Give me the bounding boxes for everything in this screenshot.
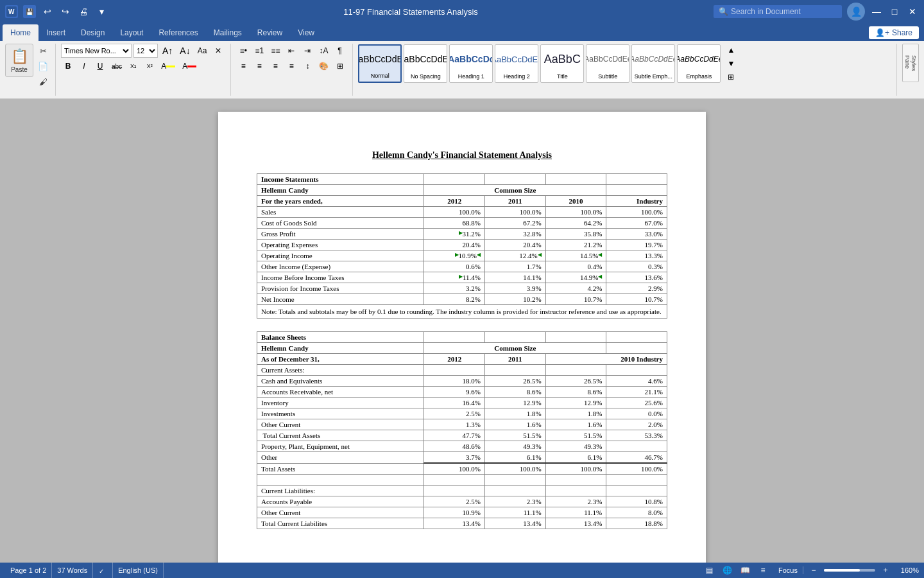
title-bar: W 💾 ↩ ↪ 🖨 ▾ 11-97 Financial Statements A… <box>0 0 924 23</box>
print-layout-btn[interactable]: ▤ <box>701 563 717 578</box>
align-center-btn[interactable]: ≡ <box>252 59 266 73</box>
table-row: Net Income 8.2% 10.2% 10.7% 10.7% <box>257 294 667 305</box>
superscript-button[interactable]: X² <box>142 59 157 73</box>
page-info[interactable]: Page 1 of 2 <box>5 563 52 578</box>
search-input[interactable] <box>731 7 834 16</box>
table-cell: Common Size <box>424 343 606 354</box>
maximize-btn[interactable]: □ <box>888 5 901 18</box>
zoom-slider[interactable] <box>824 569 875 572</box>
style-subtle-emphasis[interactable]: AaBbCcDdEe Subtle Emph... <box>631 44 675 83</box>
proofing-icon[interactable]: ✓ <box>93 563 113 578</box>
font-color-btn[interactable]: A <box>180 59 199 73</box>
style-normal[interactable]: AaBbCcDdEe Normal <box>358 44 402 83</box>
table-cell: 1.8% <box>545 408 606 419</box>
tab-design[interactable]: Design <box>73 24 112 41</box>
style-no-spacing[interactable]: AaBbCcDdEe No Spacing <box>404 44 447 83</box>
styles-down-btn[interactable]: ▼ <box>724 57 738 71</box>
style-subtitle[interactable]: AaBbCcDdEe Subtitle <box>586 44 629 83</box>
table-row: For the years ended, 2012 2011 2010 Indu… <box>257 196 667 207</box>
redo-btn[interactable]: ↪ <box>59 5 72 18</box>
style-heading2[interactable]: AaBbCcDdEe Heading 2 <box>495 44 538 83</box>
table-cell: 11.1% <box>484 507 545 518</box>
word-count[interactable]: 37 Words <box>52 563 93 578</box>
numbering-btn[interactable]: ≡1 <box>252 44 266 58</box>
user-icon[interactable]: 👤 <box>847 3 865 21</box>
style-emphasis[interactable]: AaBbCcDdEe Emphasis <box>677 44 721 83</box>
close-btn[interactable]: ✕ <box>906 5 919 18</box>
style-title[interactable]: AaBbC Title <box>540 44 584 83</box>
multilevel-btn[interactable]: ≡≡ <box>268 44 282 58</box>
show-formatting-btn[interactable]: ¶ <box>332 44 346 58</box>
document-area[interactable]: Hellemn Candy's Financial Statement Anal… <box>0 99 924 563</box>
tab-insert[interactable]: Insert <box>38 24 73 41</box>
paragraph-group: ≡• ≡1 ≡≡ ⇤ ⇥ ↕A ¶ ≡ ≡ ≡ ≡ ↕ 🎨 ⊞ <box>231 44 353 96</box>
styles-more-btn[interactable]: ⊞ <box>724 70 738 83</box>
table-cell: Total Current Liabilites <box>257 518 424 529</box>
borders-btn[interactable]: ⊞ <box>333 59 347 73</box>
save-icon[interactable]: 💾 <box>23 5 36 18</box>
table-cell: 53.3% <box>606 430 667 441</box>
focus-label: Focus <box>778 566 798 574</box>
align-right-btn[interactable]: ≡ <box>268 59 282 73</box>
table-cell: 100.0% <box>606 207 667 218</box>
tab-home[interactable]: Home <box>3 24 38 41</box>
table-cell: Note: Totals and subtotals may be off by… <box>257 305 667 319</box>
table-cell: 20.4% <box>484 240 545 250</box>
line-spacing-btn[interactable]: ↕ <box>300 59 314 73</box>
language-label: English (US) <box>118 566 158 574</box>
increase-indent-btn[interactable]: ⇥ <box>300 44 314 58</box>
table-cell: 1.6% <box>545 419 606 430</box>
subscript-button[interactable]: X₂ <box>126 59 141 73</box>
font-size-select[interactable]: 12 <box>133 44 158 58</box>
zoom-out-btn[interactable]: − <box>806 563 821 578</box>
tab-review[interactable]: Review <box>250 24 290 41</box>
style-heading1[interactable]: AaBbCcDc Heading 1 <box>449 44 493 83</box>
justify-btn[interactable]: ≡ <box>284 59 298 73</box>
undo-btn[interactable]: ↩ <box>41 5 54 18</box>
table-cell: 10.2% <box>484 294 545 305</box>
strikethrough-button[interactable]: abc <box>109 59 124 73</box>
read-mode-btn[interactable]: 📖 <box>737 563 753 578</box>
underline-button[interactable]: U <box>93 59 107 73</box>
tab-mailings[interactable]: Mailings <box>206 24 250 41</box>
italic-button[interactable]: I <box>77 59 91 73</box>
table-cell: 6.1% <box>545 452 606 464</box>
text-highlight-btn[interactable]: A <box>158 59 178 73</box>
change-case-btn[interactable]: Aa <box>195 44 210 58</box>
shading-btn[interactable]: 🎨 <box>316 59 331 73</box>
increase-font-btn[interactable]: A↑ <box>160 44 175 58</box>
format-painter-button[interactable]: 🖌 <box>36 74 50 89</box>
clear-format-btn[interactable]: ✕ <box>211 44 225 58</box>
share-button[interactable]: 👤+ Share <box>869 26 919 39</box>
cut-button[interactable]: ✂ <box>36 44 50 58</box>
zoom-in-btn[interactable]: + <box>878 563 893 578</box>
search-box[interactable]: 🔍 <box>714 5 842 18</box>
tab-references[interactable]: References <box>151 24 205 41</box>
decrease-font-btn[interactable]: A↓ <box>177 44 193 58</box>
focus-btn[interactable]: Focus <box>773 566 803 574</box>
bold-button[interactable]: B <box>61 59 75 73</box>
web-layout-btn[interactable]: 🌐 <box>719 563 735 578</box>
word-icon[interactable]: W <box>5 5 18 18</box>
sort-btn[interactable]: ↕A <box>316 44 330 58</box>
font-family-select[interactable]: Times New Ro... <box>61 44 132 58</box>
paste-button[interactable]: 📋 Paste <box>5 44 33 77</box>
styles-up-btn[interactable]: ▲ <box>724 44 738 57</box>
styles-pane-button[interactable]: StylesPane <box>902 44 919 82</box>
table-row: Investments 2.5% 1.8% 1.8% 0.0% <box>257 408 667 419</box>
tab-view[interactable]: View <box>290 24 322 41</box>
font-row-1: Times New Ro... 12 A↑ A↓ Aa ✕ <box>61 44 225 58</box>
outline-view-btn[interactable]: ≡ <box>755 563 771 578</box>
table-cell: 2010 Industry <box>545 354 667 365</box>
print-icon[interactable]: 🖨 <box>77 5 90 18</box>
language-status[interactable]: English (US) <box>113 563 164 578</box>
minimize-btn[interactable]: — <box>870 5 883 18</box>
bullets-btn[interactable]: ≡• <box>236 44 250 58</box>
tab-layout[interactable]: Layout <box>112 24 151 41</box>
decrease-indent-btn[interactable]: ⇤ <box>284 44 298 58</box>
table-cell: 100.0% <box>484 207 545 218</box>
copy-button[interactable]: 📄 <box>36 59 50 73</box>
table-cell: 67.0% <box>606 218 667 229</box>
customize-btn[interactable]: ▾ <box>95 5 108 18</box>
align-left-btn[interactable]: ≡ <box>236 59 250 73</box>
